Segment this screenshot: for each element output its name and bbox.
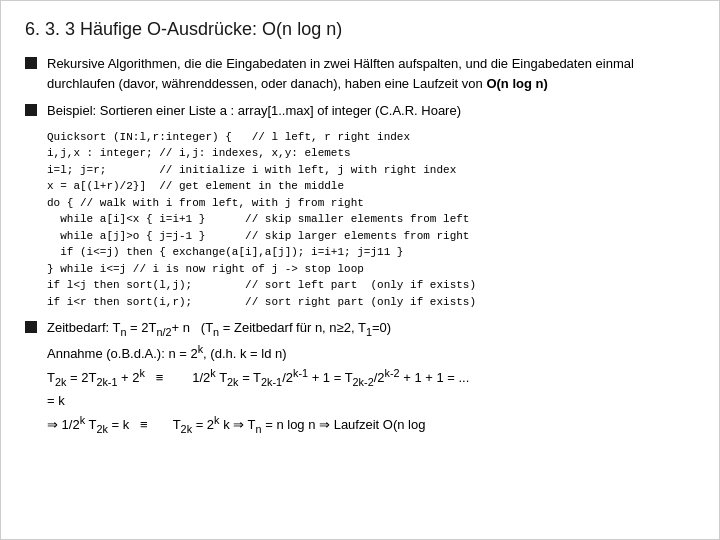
bullet-2-text: Beispiel: Sortieren einer Liste a : arra… <box>47 101 695 121</box>
slide-title: 6. 3. 3 Häufige O-Ausdrücke: O(n log n) <box>25 19 695 40</box>
math-line-2: Annahme (o.B.d.A.): n = 2k, (d.h. k = ld… <box>47 341 695 365</box>
math-line-5: ⇒ 1/2k T2k = k ≡ T2k = 2k k ⇒ Tn = n log… <box>47 412 695 438</box>
slide: 6. 3. 3 Häufige O-Ausdrücke: O(n log n) … <box>0 0 720 540</box>
bold-on: O(n log n) <box>486 76 547 91</box>
math-line-3: T2k = 2T2k-1 + 2k ≡ 1/2k T2k = T2k-1/2k-… <box>47 365 695 391</box>
bullet-1-section: Rekursive Algorithmen, die die Eingabeda… <box>25 54 695 93</box>
bullet-3-section: Zeitbedarf: Tn = 2Tn/2+ n (Tn = Zeitbeda… <box>25 318 695 438</box>
bullet-3-text: Zeitbedarf: Tn = 2Tn/2+ n (Tn = Zeitbeda… <box>47 318 695 438</box>
bullet-1-text: Rekursive Algorithmen, die die Eingabeda… <box>47 54 695 93</box>
bullet-2-section: Beispiel: Sortieren einer Liste a : arra… <box>25 101 695 121</box>
code-block: Quicksort (IN:l,r:integer) { // l left, … <box>47 129 695 311</box>
bullet-3-icon <box>25 321 37 333</box>
bullet-2-icon <box>25 104 37 116</box>
math-line-4: = k <box>47 391 695 412</box>
math-line-1: Zeitbedarf: Tn = 2Tn/2+ n (Tn = Zeitbeda… <box>47 318 695 341</box>
bullet-1-icon <box>25 57 37 69</box>
